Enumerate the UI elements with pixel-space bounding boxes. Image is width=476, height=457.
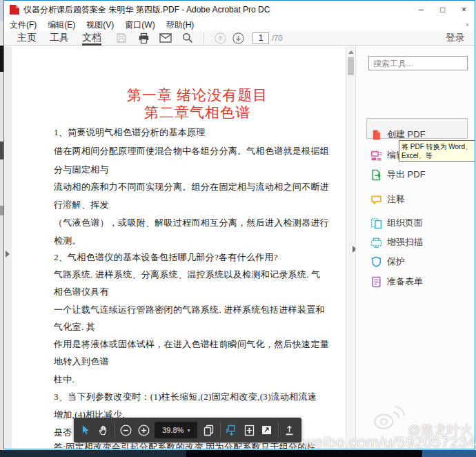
title-bar: 仪器分析课后题答案全 朱明华 第四版.PDF - Adobe Acrobat P… <box>4 1 475 19</box>
tools-panel: 创建 PDF 编辑 PDF 导出 PDF <box>355 46 475 449</box>
acrobat-app-icon <box>10 5 19 14</box>
zoom-in-icon <box>138 425 150 436</box>
close-button[interactable]: × <box>453 1 475 19</box>
pdf-text-line: 检测。 <box>54 235 330 246</box>
menu-edit[interactable]: 编辑(E) <box>42 19 81 31</box>
dropdown-caret-icon: ▾ <box>187 427 190 434</box>
export-pdf-tooltip: 将 PDF 转换为 Word、Excel、等 <box>399 140 475 162</box>
sign-in-button[interactable]: 登录 <box>446 32 465 44</box>
pdf-text-line: 借在两相间分配原理而使混合物中各组分分离。气相色谱就是根据组 <box>54 146 330 157</box>
pdf-text-line: 一个让载气连续运行管路密闭的气路系统. 进样系统包括进样装置和 <box>54 304 330 315</box>
pdf-heading-2: 第二章气相色谱 <box>54 106 341 120</box>
fit-page-icon <box>244 425 255 436</box>
previous-page-button[interactable] <box>214 32 226 44</box>
print-icon <box>138 32 150 44</box>
pdf-text-line: 气路系统. 进样系统、分离系统、温控系统以及检测和记录系统. 气 <box>54 269 330 280</box>
email-button[interactable] <box>159 32 172 44</box>
hand-tool-button[interactable] <box>97 422 109 438</box>
taskbar-active-app[interactable] <box>422 450 476 457</box>
minimize-button[interactable]: – <box>410 1 432 19</box>
share-button[interactable] <box>284 422 296 438</box>
windows-taskbar[interactable] <box>0 450 476 457</box>
email-icon <box>159 33 172 43</box>
maximize-button[interactable]: □ <box>432 1 453 19</box>
menu-view[interactable]: 视图(V) <box>81 19 119 31</box>
search-icon <box>182 32 193 43</box>
menu-window[interactable]: 窗口(W) <box>119 19 160 31</box>
tool-prepare-form[interactable]: 准备表单 <box>366 274 469 289</box>
fit-page-button[interactable] <box>243 422 255 438</box>
export-pdf-icon <box>370 169 382 181</box>
left-pane-toggle-icon[interactable] <box>6 251 10 257</box>
floatbar-divider <box>278 422 279 438</box>
screenshot-root: 仪器分析课后题答案全 朱明华 第四版.PDF - Adobe Acrobat P… <box>0 0 476 457</box>
pdf-text-line: （气液色谱），或吸附、解吸过程而相互分离，然后进入检测器进行 <box>54 217 330 228</box>
page-total-label: /70 <box>272 34 282 42</box>
comment-icon <box>370 194 382 206</box>
scrollbar-thumb[interactable] <box>348 57 354 75</box>
taskbar-segment <box>0 450 186 457</box>
page-up-icon <box>215 32 226 44</box>
create-pdf-icon <box>370 129 382 141</box>
acrobat-window: 仪器分析课后题答案全 朱明华 第四版.PDF - Adobe Acrobat P… <box>3 0 475 449</box>
tool-organize-pages[interactable]: 组织页面 <box>366 215 469 231</box>
tool-enhance-scans[interactable]: 增强扫描 <box>366 235 469 250</box>
pdf-text-line: 气化室. 其 <box>54 322 330 333</box>
pdf-text-line: 3、当下列参数改变时：(1)柱长缩短,(2)固定相改变,(3)流动相流速 <box>54 391 330 402</box>
tool-export-pdf[interactable]: 导出 PDF <box>366 167 469 182</box>
pdf-text-line: 相色谱仪具有 <box>54 286 330 298</box>
floatbar-divider <box>220 422 221 438</box>
tab-tools[interactable]: 工具 <box>50 31 69 46</box>
organize-pages-icon <box>370 217 382 229</box>
main-toolbar: 主页 工具 文档 <box>4 31 475 46</box>
save-button[interactable] <box>115 32 128 44</box>
zoom-level-dropdown[interactable]: 39.8% ▾ <box>155 422 197 438</box>
menu-help[interactable]: 帮助(H) <box>161 19 200 31</box>
pdf-text-line: 作用是将液体或固体试样，在进入色谱柱前瞬间气化，然后快速定量 <box>54 339 330 350</box>
menu-file[interactable]: 文件(F) <box>4 19 42 31</box>
prepare-form-icon <box>370 276 382 288</box>
pdf-text-line: 分与固定相与 <box>54 164 330 175</box>
pdf-heading-1: 第一章 绪论没有题目 <box>54 88 341 103</box>
scroll-mode-icon <box>226 425 237 436</box>
pdf-text-line: 流动相的亲和力不同而实现分离。组分在固定相与流动相之间不断进 <box>54 182 330 193</box>
save-icon <box>116 32 127 43</box>
floatbar-divider <box>115 422 115 438</box>
page-number-input[interactable] <box>252 32 269 44</box>
scroll-up-icon[interactable] <box>348 50 354 54</box>
document-gutter <box>4 46 12 449</box>
fullscreen-button[interactable] <box>260 422 272 438</box>
tool-comment[interactable]: 注释 <box>366 192 469 207</box>
floating-toolbar: 39.8% ▾ <box>74 418 301 443</box>
pdf-text-line: 柱中. <box>54 374 330 385</box>
page-thumbnails-button[interactable] <box>202 422 215 438</box>
taskbar-segment <box>186 450 422 457</box>
print-button[interactable] <box>137 32 150 44</box>
share-icon <box>284 425 295 436</box>
pdf-text-line: 答:固定相改变会引起分配系数的改变,因为分配系数只于组分的性 <box>54 442 330 449</box>
menubar-close-icon[interactable]: × <box>466 21 469 28</box>
select-tool-icon <box>81 425 91 436</box>
zoom-in-button[interactable] <box>137 422 150 438</box>
protect-icon <box>370 256 382 268</box>
pdf-text-line: 1、简要说明气相色谱分析的基本原理 <box>54 127 330 138</box>
pdf-text-line: 行溶解、挥发 <box>54 200 330 211</box>
scroll-mode-button[interactable] <box>226 422 238 438</box>
page-down-icon <box>232 32 244 44</box>
tab-document[interactable]: 文档 <box>82 31 101 46</box>
window-controls: – □ × <box>410 1 475 19</box>
tool-protect[interactable]: 保护 <box>366 254 469 269</box>
next-page-button[interactable] <box>232 32 244 44</box>
toolbar-divider <box>204 32 204 43</box>
search-button[interactable] <box>181 32 194 44</box>
fullscreen-icon <box>261 425 272 436</box>
menu-bar: 文件(F) 编辑(E) 视图(V) 窗口(W) 帮助(H) × <box>4 19 475 31</box>
zoom-out-button[interactable] <box>120 422 132 438</box>
select-tool-button[interactable] <box>79 422 92 438</box>
window-title: 仪器分析课后题答案全 朱明华 第四版.PDF - Adobe Acrobat P… <box>23 4 270 16</box>
page-copy-icon <box>203 425 215 436</box>
hand-tool-icon <box>98 425 109 436</box>
pdf-text-line: 2、气相色谱仪的基本设备包括哪几部分?各有什么作用? <box>54 252 330 263</box>
search-tools-input[interactable] <box>368 56 468 70</box>
tab-home[interactable]: 主页 <box>17 31 37 46</box>
